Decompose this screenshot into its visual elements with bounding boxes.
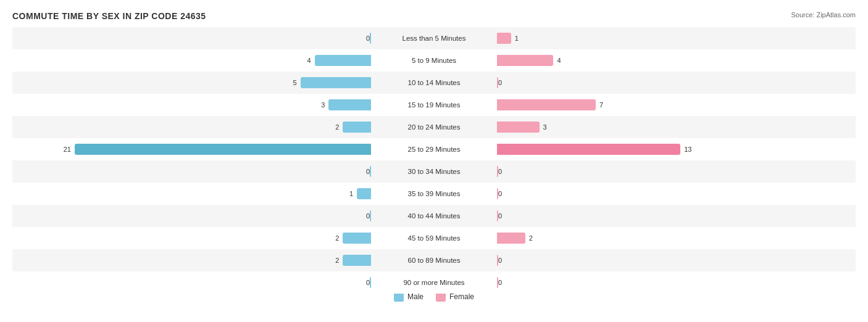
male-value: 21: [64, 146, 71, 153]
female-section: 0: [496, 209, 856, 223]
row-label: 5 to 9 Minutes: [372, 57, 496, 64]
male-section: 2: [12, 254, 372, 267]
row-label: 40 to 44 Minutes: [372, 212, 496, 220]
chart-row: 3 15 to 19 Minutes 7: [12, 94, 856, 116]
female-legend-label: Female: [449, 292, 474, 301]
male-bar: [370, 166, 371, 177]
male-value: 5: [293, 79, 297, 86]
male-bar: [301, 77, 371, 88]
chart-row: 2 45 to 59 Minutes 2: [12, 227, 856, 249]
row-label: 45 to 59 Minutes: [372, 234, 496, 242]
male-legend-label: Male: [407, 292, 424, 301]
male-bar: [343, 122, 371, 133]
female-section: 0: [496, 165, 856, 178]
male-bar: [343, 233, 371, 244]
male-bar: [357, 188, 371, 199]
female-section: 0: [496, 187, 856, 200]
female-section: 0: [496, 254, 856, 267]
female-value: 1: [515, 35, 519, 42]
male-value: 0: [366, 279, 370, 286]
male-value: 3: [321, 101, 325, 109]
row-label: 30 to 34 Minutes: [372, 168, 496, 175]
chart-row: 1 35 to 39 Minutes 0: [12, 183, 856, 205]
male-value: 2: [335, 257, 339, 264]
female-value: 0: [498, 257, 502, 264]
female-bar: [497, 33, 511, 44]
male-bar: [343, 255, 371, 266]
row-label: Less than 5 Minutes: [372, 35, 496, 42]
female-value: 7: [599, 101, 603, 109]
female-bar: [497, 233, 525, 244]
female-section: 13: [496, 142, 856, 156]
female-section: 3: [496, 120, 856, 134]
female-value: 13: [684, 146, 691, 153]
male-section: 4: [12, 54, 372, 67]
male-bar: [370, 277, 371, 288]
male-bar: [75, 144, 371, 155]
male-section: 5: [12, 76, 372, 89]
chart-row: 2 20 to 24 Minutes 3: [12, 116, 856, 138]
male-value: 4: [307, 57, 311, 64]
chart-row: 2 60 to 89 Minutes 0: [12, 249, 856, 271]
male-bar: [370, 210, 371, 221]
male-value: 1: [349, 190, 353, 197]
male-section: 0: [12, 31, 372, 45]
source-label: Source: ZipAtlas.com: [791, 11, 856, 19]
row-label: 20 to 24 Minutes: [372, 123, 496, 131]
female-section: 0: [496, 276, 856, 289]
chart-area: 0 Less than 5 Minutes 1 4 5 to 9 Minutes…: [12, 27, 856, 279]
male-value: 0: [366, 35, 370, 42]
male-section: 0: [12, 276, 372, 289]
chart-container: COMMUTE TIME BY SEX IN ZIP CODE 24635 So…: [0, 0, 868, 322]
male-value: 2: [335, 234, 339, 242]
female-value: 4: [557, 57, 561, 64]
male-section: 0: [12, 209, 372, 223]
female-value: 0: [498, 79, 502, 86]
male-bar: [328, 99, 371, 110]
female-section: 4: [496, 54, 856, 67]
chart-row: 0 40 to 44 Minutes 0: [12, 205, 856, 227]
row-label: 15 to 19 Minutes: [372, 101, 496, 109]
chart-row: 5 10 to 14 Minutes 0: [12, 72, 856, 94]
chart-row: 0 Less than 5 Minutes 1: [12, 27, 856, 49]
female-section: 0: [496, 76, 856, 89]
male-section: 1: [12, 187, 372, 200]
female-bar: [497, 99, 596, 110]
chart-title: COMMUTE TIME BY SEX IN ZIP CODE 24635: [12, 11, 856, 21]
row-label: 90 or more Minutes: [372, 279, 496, 286]
row-label: 25 to 29 Minutes: [372, 146, 496, 153]
female-bar: [497, 144, 680, 155]
female-value: 0: [498, 279, 502, 286]
female-section: 7: [496, 98, 856, 112]
female-section: 2: [496, 231, 856, 245]
chart-row: 4 5 to 9 Minutes 4: [12, 49, 856, 72]
chart-row: 21 25 to 29 Minutes 13: [12, 138, 856, 160]
male-section: 21: [12, 142, 372, 156]
male-section: 2: [12, 231, 372, 245]
female-value: 0: [498, 212, 502, 220]
chart-row: 0 30 to 34 Minutes 0: [12, 160, 856, 183]
female-value: 2: [529, 234, 533, 242]
male-bar: [315, 55, 371, 66]
female-bar: [497, 122, 540, 133]
male-value: 0: [366, 212, 370, 220]
female-section: 1: [496, 31, 856, 45]
female-value: 3: [543, 123, 547, 131]
row-label: 10 to 14 Minutes: [372, 79, 496, 86]
female-value: 0: [498, 168, 502, 175]
chart-row: 0 90 or more Minutes 0: [12, 271, 856, 294]
male-section: 0: [12, 165, 372, 178]
male-section: 2: [12, 120, 372, 134]
female-value: 0: [498, 190, 502, 197]
male-value: 2: [335, 123, 339, 131]
female-bar: [497, 55, 553, 66]
male-section: 3: [12, 98, 372, 112]
male-value: 0: [366, 168, 370, 175]
male-bar: [370, 33, 371, 44]
row-label: 35 to 39 Minutes: [372, 190, 496, 197]
row-label: 60 to 89 Minutes: [372, 257, 496, 264]
